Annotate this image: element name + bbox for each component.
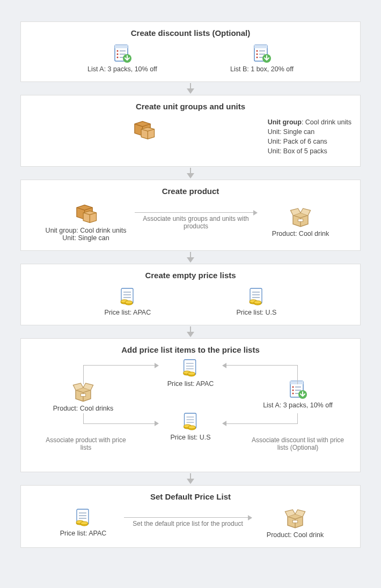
step3-title: Create product [30, 187, 351, 196]
open-box-icon [288, 205, 313, 228]
connector-arrow [20, 167, 361, 180]
list-download-icon [112, 44, 133, 63]
discount-list-right: List A: 3 packs, 10% off [255, 380, 341, 409]
left-line-2: Unit: Single can [62, 234, 109, 242]
default-mid-label: Set the default price list for the produ… [124, 520, 252, 527]
step-unit-groups: Create unit groups and units Unit group:… [20, 95, 361, 167]
connector-arrow [20, 325, 361, 338]
unit-line-2: Unit: Pack of 6 cans [268, 137, 351, 146]
list-a-label: List A: 3 packs, 10% off [87, 65, 157, 73]
product-block: Product: Cool drink [260, 205, 341, 237]
discount-list-a: List A: 3 packs, 10% off [87, 44, 157, 73]
pricelist-icon [180, 359, 201, 378]
unit-group-value: : Cool drink units [302, 118, 351, 126]
product-right: Product: Cool drink [255, 507, 335, 539]
pricelist-icon [180, 412, 201, 431]
pricelist-icon [72, 508, 94, 527]
associate-label: Associate units groups and units with pr… [135, 215, 257, 230]
price-list-us: Price list: U.S [236, 287, 276, 316]
default-arrow-block: Set the default price list for the produ… [121, 517, 255, 527]
step-discount-lists: Create discount lists (Optional) List A:… [20, 21, 361, 82]
connector-arrow [20, 82, 361, 95]
price-list-apac: Price list: APAC [105, 287, 151, 316]
unit-line-3: Unit: Box of 5 packs [268, 146, 351, 156]
step-empty-price-lists: Create empty price lists Price list: APA… [20, 264, 361, 325]
discount-list-b: List B: 1 box, 20% off [230, 44, 294, 73]
product-right-label: Product: Cool drink [267, 531, 324, 539]
step1-title: Create discount lists (Optional) [30, 28, 351, 38]
elbow-arrow [83, 365, 158, 384]
list-b-label: List B: 1 box, 20% off [230, 65, 294, 73]
apac-left-label: Price list: APAC [60, 530, 107, 537]
left-line-1: Unit group: Cool drink units [46, 227, 127, 234]
us-label: Price list: U.S [236, 309, 276, 316]
unit-group-label: Unit group [268, 118, 302, 126]
unit-group-details: Unit group: Cool drink units Unit: Singl… [268, 117, 351, 157]
apac-center-label: Price list: APAC [167, 380, 214, 388]
step-add-price-list-items: Add price list items to the price lists … [20, 338, 361, 472]
assoc-product-label: Associate product with price lists [43, 436, 129, 451]
product-left-label: Product: Cool drinks [53, 405, 114, 412]
boxes-icon [130, 117, 158, 141]
unit-group-block: Unit group: Cool drink units Unit: Singl… [40, 201, 131, 242]
step4-title: Create empty price lists [30, 271, 351, 280]
product-label: Product: Cool drink [272, 230, 329, 237]
apac-label: Price list: APAC [105, 309, 151, 316]
connector-arrow [20, 472, 361, 485]
elbow-arrow [83, 413, 158, 424]
step2-title: Create unit groups and units [30, 102, 351, 111]
product-left: Product: Cool drinks [46, 380, 121, 412]
boxes-icon [72, 201, 100, 225]
step-default-price-list: Set Default Price List Price list: APAC … [20, 485, 361, 548]
list-download-icon [251, 44, 273, 63]
step6-title: Set Default Price List [30, 492, 351, 501]
step-create-product: Create product Unit group: Cool drink un… [20, 180, 361, 251]
assoc-discount-label: Associate discount list with price lists… [250, 436, 346, 451]
open-box-icon [282, 507, 308, 529]
price-list-us-center: Price list: U.S [170, 412, 210, 441]
price-list-apac-center: Price list: APAC [167, 359, 214, 388]
us-center-label: Price list: U.S [170, 434, 210, 441]
list-right-label: List A: 3 packs, 10% off [263, 401, 333, 409]
pricelist-icon [117, 287, 138, 307]
elbow-arrow [223, 413, 298, 424]
connector-arrow [20, 251, 361, 264]
price-list-apac-left: Price list: APAC [46, 508, 121, 537]
associate-arrow-block: Associate units groups and units with pr… [131, 212, 260, 230]
elbow-arrow [223, 365, 298, 384]
step5-title: Add price list items to the price lists [30, 345, 351, 354]
pricelist-icon [246, 287, 267, 307]
unit-line-1: Unit: Single can [268, 127, 351, 137]
